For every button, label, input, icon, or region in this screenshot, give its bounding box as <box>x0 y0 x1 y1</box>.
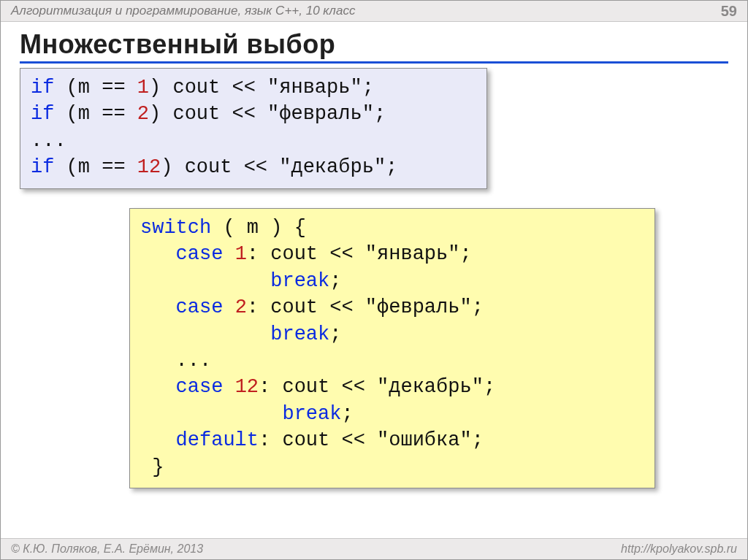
kw-case: case <box>176 243 224 265</box>
footer-bar: © К.Ю. Поляков, Е.А. Ерёмин, 2013 http:/… <box>1 538 747 559</box>
code-text: : cout << "декабрь"; <box>259 376 495 398</box>
pad <box>140 376 176 398</box>
pad <box>140 270 270 292</box>
pad <box>140 429 176 451</box>
num-literal: 12 <box>137 156 161 178</box>
pad <box>140 243 176 265</box>
slide-title: Множественный выбор <box>20 29 728 64</box>
sp <box>223 243 234 265</box>
kw-if: if <box>31 156 54 178</box>
code-text: } <box>140 456 164 478</box>
code-text: (m == <box>54 77 137 99</box>
code-text: ( m ) { <box>211 217 318 239</box>
kw-break: break <box>270 270 329 292</box>
kw-case: case <box>176 376 224 398</box>
code-text: ) cout << "февраль"; <box>149 103 386 125</box>
slide: Алгоритмизация и программирование, язык … <box>0 0 748 560</box>
kw-case: case <box>176 296 224 318</box>
num-literal: 12 <box>235 376 259 398</box>
code-text: : cout << "ошибка"; <box>259 429 484 451</box>
footer-url: http://kpolyakov.spb.ru <box>621 542 737 556</box>
code-text: ; <box>341 403 353 425</box>
course-title: Алгоритмизация и программирование, язык … <box>11 4 355 18</box>
code-text: : cout << "февраль"; <box>247 296 495 318</box>
header-bar: Алгоритмизация и программирование, язык … <box>1 1 747 22</box>
num-literal: 1 <box>137 77 149 99</box>
kw-break: break <box>282 403 341 425</box>
kw-if: if <box>31 77 54 99</box>
code-text: (m == <box>54 103 137 125</box>
ellipsis: ... <box>31 130 66 152</box>
code-text: ) cout << "декабрь"; <box>161 156 397 178</box>
kw-default: default <box>176 429 259 451</box>
code-text: ) cout << "январь"; <box>149 77 374 99</box>
page-number: 59 <box>721 3 737 20</box>
sp <box>223 296 234 318</box>
code-switch-block: switch ( m ) { case 1: cout << "январь";… <box>129 208 655 488</box>
pad <box>140 296 176 318</box>
kw-if: if <box>31 103 54 125</box>
content-area: Множественный выбор if (m == 1) cout << … <box>1 22 747 488</box>
pad <box>140 403 282 425</box>
code-text: : cout << "январь"; <box>247 243 472 265</box>
code-if-block: if (m == 1) cout << "январь"; if (m == 2… <box>20 68 487 189</box>
kw-break: break <box>270 323 329 345</box>
copyright: © К.Ю. Поляков, Е.А. Ерёмин, 2013 <box>11 542 203 556</box>
code-text: ; <box>329 270 341 292</box>
code-text: ; <box>329 323 341 345</box>
num-literal: 1 <box>235 243 247 265</box>
sp <box>223 376 234 398</box>
kw-switch: switch <box>140 217 211 239</box>
code-text: (m == <box>54 156 137 178</box>
num-literal: 2 <box>235 296 247 318</box>
ellipsis: ... <box>176 350 212 372</box>
num-literal: 2 <box>137 103 149 125</box>
pad <box>140 323 270 345</box>
pad <box>140 350 176 372</box>
